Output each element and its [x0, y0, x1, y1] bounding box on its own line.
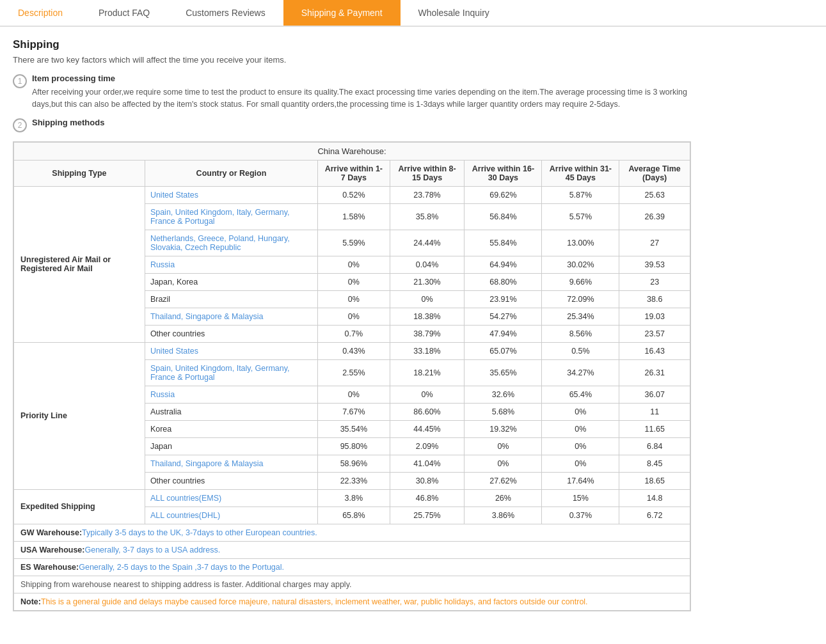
data-cell: 9.66% — [542, 273, 619, 290]
shipping-type-cell: Unregistered Air Mail or Registered Air … — [14, 186, 145, 342]
country-cell[interactable]: Russia — [145, 256, 317, 273]
tab-wholesale-inquiry[interactable]: Wholesale Inquiry — [401, 0, 507, 26]
tab-shipping-payment[interactable]: Shipping & Payment — [283, 0, 401, 26]
data-cell: 0% — [542, 455, 619, 472]
data-cell: 23.78% — [390, 186, 465, 203]
table-row: Priority LineUnited States0.43%33.18%65.… — [14, 342, 690, 359]
data-cell: 0% — [542, 420, 619, 437]
shipping-table: China Warehouse: Shipping Type Country o… — [13, 142, 690, 611]
country-cell[interactable]: ALL countries(EMS) — [145, 489, 317, 507]
step-2-label: Shipping methods — [32, 118, 104, 127]
data-cell: 0% — [542, 403, 619, 420]
china-warehouse-header: China Warehouse: — [14, 142, 690, 160]
data-cell: 0.5% — [542, 342, 619, 359]
data-cell: 21.30% — [390, 273, 465, 290]
tab-product-faq[interactable]: Product FAQ — [81, 0, 168, 26]
col-8-15: Arrive within 8-15 Days — [390, 160, 465, 186]
data-cell: 6.84 — [619, 437, 690, 455]
page-title: Shipping — [13, 38, 691, 51]
data-cell: 56.84% — [465, 203, 542, 230]
data-cell: 35.8% — [390, 203, 465, 230]
note-row: Note:This is a general guide and delays … — [14, 593, 690, 610]
data-cell: 11 — [619, 403, 690, 420]
data-cell: 95.80% — [318, 437, 390, 455]
country-cell[interactable]: United States — [145, 342, 317, 359]
data-cell: 14.8 — [619, 489, 690, 507]
data-cell: 0% — [318, 273, 390, 290]
data-cell: 65.4% — [542, 386, 619, 403]
data-cell: 5.68% — [465, 403, 542, 420]
data-cell: 64.94% — [465, 256, 542, 273]
data-cell: 15% — [542, 489, 619, 507]
data-cell: 7.67% — [318, 403, 390, 420]
data-cell: 25.63 — [619, 186, 690, 203]
shipping-table-wrap: China Warehouse: Shipping Type Country o… — [13, 141, 691, 611]
data-cell: 0% — [390, 290, 465, 308]
data-cell: 18.21% — [390, 359, 465, 386]
col-avg: Average Time (Days) — [619, 160, 690, 186]
data-cell: 41.04% — [390, 455, 465, 472]
data-cell: 32.6% — [465, 386, 542, 403]
note-cell: Note:This is a general guide and delays … — [14, 593, 690, 610]
country-cell: Japan, Korea — [145, 273, 317, 290]
data-cell: 0% — [318, 256, 390, 273]
data-cell: 86.60% — [390, 403, 465, 420]
data-cell: 0.52% — [318, 186, 390, 203]
data-cell: 25.34% — [542, 308, 619, 325]
data-cell: 58.96% — [318, 455, 390, 472]
data-cell: 0% — [318, 386, 390, 403]
country-cell: Australia — [145, 403, 317, 420]
step-1: 1 Item processing time After receiving y… — [13, 74, 691, 111]
tab-description[interactable]: Description — [0, 0, 81, 26]
data-cell: 0% — [542, 437, 619, 455]
data-cell: 19.03 — [619, 308, 690, 325]
data-cell: 0% — [465, 455, 542, 472]
step-1-number: 1 — [13, 74, 27, 88]
footer-cell: USA Warehouse:Generally, 3-7 days to a U… — [14, 541, 690, 558]
country-cell[interactable]: Spain, United Kingdom, Italy, Germany, F… — [145, 203, 317, 230]
data-cell: 69.62% — [465, 186, 542, 203]
data-cell: 3.8% — [318, 489, 390, 507]
country-cell[interactable]: Netherlands, Greece, Poland, Hungary, Sl… — [145, 230, 317, 256]
data-cell: 27 — [619, 230, 690, 256]
step-1-body: After receiving your order,we require so… — [32, 86, 691, 111]
data-cell: 0.04% — [390, 256, 465, 273]
data-cell: 46.8% — [390, 489, 465, 507]
tab-customers-reviews[interactable]: Customers Reviews — [168, 0, 283, 26]
footer-row: Shipping from warehouse nearest to shipp… — [14, 576, 690, 593]
data-cell: 0.43% — [318, 342, 390, 359]
data-cell: 0% — [318, 290, 390, 308]
shipping-type-cell: Priority Line — [14, 342, 145, 489]
data-cell: 19.32% — [465, 420, 542, 437]
step-2: 2 Shipping methods — [13, 118, 691, 132]
country-cell: Other countries — [145, 472, 317, 489]
col-1-7: Arrive within 1-7 Days — [318, 160, 390, 186]
data-cell: 22.33% — [318, 472, 390, 489]
data-cell: 65.07% — [465, 342, 542, 359]
country-cell[interactable]: Russia — [145, 386, 317, 403]
data-cell: 8.45 — [619, 455, 690, 472]
data-cell: 5.87% — [542, 186, 619, 203]
data-cell: 35.65% — [465, 359, 542, 386]
data-cell: 2.09% — [390, 437, 465, 455]
footer-cell: Shipping from warehouse nearest to shipp… — [14, 576, 690, 593]
data-cell: 27.62% — [465, 472, 542, 489]
data-cell: 5.57% — [542, 203, 619, 230]
country-cell[interactable]: Thailand, Singapore & Malaysia — [145, 455, 317, 472]
data-cell: 65.8% — [318, 507, 390, 524]
country-cell[interactable]: United States — [145, 186, 317, 203]
data-cell: 35.54% — [318, 420, 390, 437]
country-cell[interactable]: ALL countries(DHL) — [145, 507, 317, 524]
data-cell: 8.56% — [542, 325, 619, 342]
country-cell[interactable]: Spain, United Kingdom, Italy, Germany, F… — [145, 359, 317, 386]
data-cell: 0% — [318, 308, 390, 325]
data-cell: 2.55% — [318, 359, 390, 386]
data-cell: 38.6 — [619, 290, 690, 308]
shipping-type-cell: Expedited Shipping — [14, 489, 145, 524]
table-row: Unregistered Air Mail or Registered Air … — [14, 186, 690, 203]
step-1-label: Item processing time — [32, 74, 691, 83]
data-cell: 16.43 — [619, 342, 690, 359]
data-cell: 72.09% — [542, 290, 619, 308]
country-cell[interactable]: Thailand, Singapore & Malaysia — [145, 308, 317, 325]
data-cell: 23.57 — [619, 325, 690, 342]
